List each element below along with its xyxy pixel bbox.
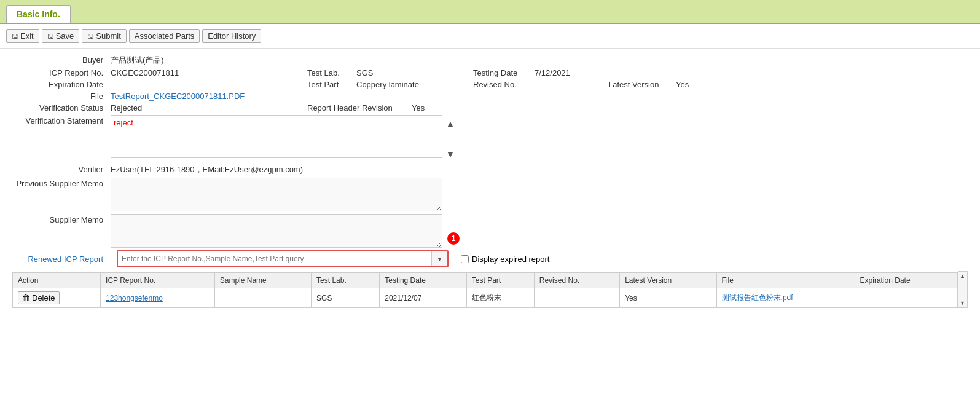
col-header-sample-name: Sample Name <box>214 273 311 288</box>
col-header-testing-date: Testing Date <box>380 273 467 288</box>
verification-statement-label: Verification Statement <box>12 115 111 125</box>
cell-action: 🗑 Delete <box>13 288 101 308</box>
data-table-container: Action ICP Report No. Sample Name Test L… <box>12 271 968 308</box>
cell-sample-name <box>214 288 311 308</box>
col-header-test-lab: Test Lab. <box>312 273 380 288</box>
cell-icp-report-no[interactable]: 123hongsefenmo <box>101 288 215 308</box>
buyer-row: Buyer 产品测试(产品) <box>12 55 968 66</box>
col-header-test-part: Test Part <box>466 273 534 288</box>
associated-parts-button[interactable]: Associated Parts <box>129 29 200 43</box>
expiration-row: Expiration Date Test Part Coppery lamina… <box>12 80 968 89</box>
report-header-revision-label: Report Header Revision <box>307 103 412 113</box>
scroll-down-arrow[interactable]: ▼ <box>958 299 967 307</box>
col-header-latest-version: Latest Version <box>620 273 716 288</box>
test-part-value: Coppery laminate <box>356 80 461 89</box>
file-label: File <box>12 92 111 101</box>
col-header-icp-report-no: ICP Report No. <box>101 273 215 288</box>
display-expired-checkbox[interactable] <box>461 255 469 263</box>
renewed-icp-report-label[interactable]: Renewed ICP Report <box>12 255 111 264</box>
display-expired-checkbox-row: Display expired report <box>461 255 549 264</box>
vs-up-arrow[interactable]: ▲ <box>446 117 455 130</box>
revised-no-label: Revised No. <box>473 80 535 89</box>
testing-date-value: 7/12/2021 <box>535 68 570 77</box>
table-header-row: Action ICP Report No. Sample Name Test L… <box>13 273 958 288</box>
vs-down-arrow[interactable]: ▼ <box>446 148 455 160</box>
exit-icon: 🖫 <box>12 33 18 40</box>
col-header-revised-no: Revised No. <box>534 273 619 288</box>
cell-latest-version: Yes <box>620 288 716 308</box>
supplier-memo-input[interactable] <box>111 214 442 248</box>
buyer-value: 产品测试(产品) <box>111 55 968 66</box>
save-icon: 🖫 <box>47 33 54 40</box>
icp-report-no-value: CKGEC200071811 <box>111 68 295 77</box>
save-button[interactable]: 🖫 Save <box>42 29 80 43</box>
verifier-label: Verifier <box>12 165 111 174</box>
test-lab-value: SGS <box>356 68 461 77</box>
buyer-label: Buyer <box>12 55 111 65</box>
submit-icon: 🖫 <box>87 33 94 40</box>
verifier-value: EzUser(TEL:2916-1890，EMail:EzUser@ezgpm.… <box>111 164 968 175</box>
form-content: Buyer 产品测试(产品) ICP Report No. CKGEC20007… <box>0 49 980 314</box>
cell-test-part: 红色粉末 <box>466 288 534 308</box>
badge-count: 1 <box>447 232 460 245</box>
cell-testing-date: 2021/12/07 <box>380 288 467 308</box>
previous-supplier-memo-row: Previous Supplier Memo <box>12 178 968 211</box>
verification-status-row: Verification Status Rejected Report Head… <box>12 103 968 113</box>
supplier-memo-label: Supplier Memo <box>12 214 111 224</box>
tab-basic-info[interactable]: Basic Info. <box>6 5 71 23</box>
testing-date-label: Testing Date <box>473 68 535 77</box>
cell-expiration-date <box>855 288 958 308</box>
scroll-up-arrow[interactable]: ▲ <box>958 272 967 280</box>
previous-supplier-memo-input[interactable] <box>111 178 442 211</box>
editor-history-button[interactable]: Editor History <box>202 29 261 43</box>
submit-button[interactable]: 🖫 Submit <box>82 29 126 43</box>
col-header-expiration-date: Expiration Date <box>855 273 958 288</box>
file-row: File TestReport_CKGEC2000071811.PDF <box>12 92 968 101</box>
toolbar: 🖫 Exit 🖫 Save 🖫 Submit Associated Parts … <box>0 24 980 49</box>
search-input[interactable] <box>118 255 431 263</box>
cell-file[interactable]: 测试报告红色粉末.pdf <box>716 288 855 308</box>
table-scrollbar[interactable]: ▲ ▼ <box>958 271 968 308</box>
verification-statement-value: reject <box>114 118 439 127</box>
cell-revised-no <box>534 288 619 308</box>
display-expired-label: Display expired report <box>472 255 549 264</box>
search-dropdown[interactable]: ▼ <box>117 250 449 267</box>
renewed-icp-report-row: Renewed ICP Report ▼ Display expired rep… <box>12 250 968 267</box>
latest-version-label: Latest Version <box>608 80 676 89</box>
col-header-action: Action <box>13 273 101 288</box>
supplier-memo-row: Supplier Memo 1 <box>12 214 968 248</box>
test-part-label: Test Part <box>307 80 356 89</box>
icp-row: ICP Report No. CKGEC200071811 Test Lab. … <box>12 68 968 77</box>
icp-report-no-label: ICP Report No. <box>12 68 111 77</box>
exit-button[interactable]: 🖫 Exit <box>6 29 39 43</box>
verification-status-label: Verification Status <box>12 103 111 113</box>
icp-report-table: Action ICP Report No. Sample Name Test L… <box>12 272 958 308</box>
expiration-date-label: Expiration Date <box>12 80 111 89</box>
delete-button[interactable]: 🗑 Delete <box>18 291 60 304</box>
verification-statement-row: Verification Statement reject ▲ ▼ <box>12 115 968 160</box>
delete-icon: 🗑 <box>22 293 30 302</box>
verification-statement-area: reject <box>111 115 442 158</box>
tab-bar: Basic Info. <box>0 0 980 24</box>
file-value[interactable]: TestReport_CKGEC2000071811.PDF <box>111 92 968 101</box>
vs-arrows: ▲ ▼ <box>446 115 455 160</box>
verifier-row: Verifier EzUser(TEL:2916-1890，EMail:EzUs… <box>12 164 968 175</box>
verification-status-value: Rejected <box>111 103 295 113</box>
previous-supplier-memo-label: Previous Supplier Memo <box>12 178 111 188</box>
cell-test-lab: SGS <box>312 288 380 308</box>
table-row: 🗑 Delete 123hongsefenmo SGS 2021/12/07 红… <box>13 288 958 308</box>
test-lab-label: Test Lab. <box>307 68 356 77</box>
report-header-revision-value: Yes <box>412 103 425 113</box>
col-header-file: File <box>716 273 855 288</box>
latest-version-value: Yes <box>676 80 689 89</box>
dropdown-arrow-icon[interactable]: ▼ <box>431 251 447 266</box>
